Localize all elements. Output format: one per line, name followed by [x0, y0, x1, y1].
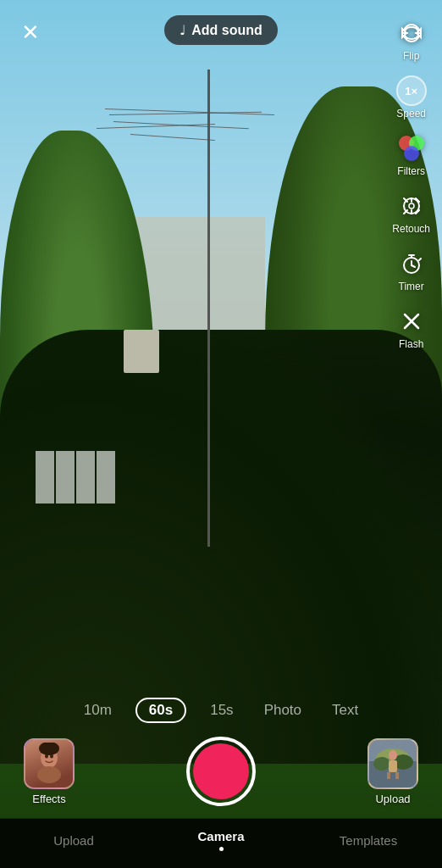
- retouch-label: Retouch: [392, 223, 430, 235]
- flip-label: Flip: [403, 50, 419, 62]
- nav-templates[interactable]: Templates: [295, 833, 442, 848]
- mode-15s[interactable]: 15s: [203, 698, 240, 722]
- mode-text[interactable]: Text: [325, 698, 365, 722]
- vehicle: [124, 330, 159, 373]
- flip-button[interactable]: Flip: [390, 13, 433, 67]
- timer-button[interactable]: Timer: [390, 243, 433, 298]
- upload-thumbnail-button[interactable]: Upload: [367, 738, 418, 805]
- flash-button[interactable]: Flash: [390, 301, 433, 355]
- effects-button[interactable]: Effects: [24, 738, 75, 805]
- svg-rect-28: [387, 772, 390, 779]
- upload-label: Upload: [375, 793, 410, 805]
- close-button[interactable]: ✕: [14, 15, 47, 49]
- right-controls: Flip 1× Speed Filters: [389, 13, 434, 355]
- mode-selector: 10m 60s 15s Photo Text: [0, 689, 442, 730]
- music-icon: ♩: [180, 22, 186, 38]
- filters-icon: [396, 133, 427, 164]
- bottom-nav: Upload Camera Templates: [0, 818, 442, 868]
- nav-camera-label: Camera: [197, 829, 244, 843]
- effects-label: Effects: [32, 793, 66, 805]
- mode-60s[interactable]: 60s: [135, 698, 186, 723]
- speed-icon: 1×: [396, 75, 427, 106]
- upload-thumbnail: [367, 738, 418, 789]
- filters-label: Filters: [397, 165, 425, 177]
- svg-rect-27: [389, 760, 397, 772]
- effects-thumbnail: [24, 738, 75, 789]
- svg-line-3: [404, 210, 407, 214]
- retouch-icon: [396, 191, 427, 221]
- svg-rect-29: [395, 772, 399, 779]
- nav-upload-label: Upload: [53, 833, 94, 848]
- timer-label: Timer: [399, 281, 424, 292]
- svg-point-17: [37, 766, 61, 783]
- svg-point-24: [373, 757, 390, 771]
- svg-point-26: [389, 750, 397, 760]
- retouch-button[interactable]: Retouch: [389, 186, 434, 240]
- speed-label: Speed: [396, 108, 426, 120]
- mode-10m[interactable]: 10m: [77, 698, 119, 722]
- svg-line-13: [419, 259, 421, 260]
- flash-icon: [396, 306, 427, 337]
- filters-button[interactable]: Filters: [390, 128, 433, 182]
- timer-icon: [396, 248, 427, 279]
- effects-face-preview: [25, 740, 73, 787]
- nav-templates-label: Templates: [340, 833, 397, 848]
- svg-line-1: [404, 198, 407, 202]
- upload-face-preview: [369, 740, 417, 787]
- add-sound-button[interactable]: ♩ Add sound: [164, 15, 278, 45]
- nav-camera[interactable]: Camera: [147, 829, 295, 851]
- nav-upload[interactable]: Upload: [0, 833, 147, 848]
- flash-label: Flash: [399, 338, 423, 350]
- svg-line-4: [416, 210, 419, 214]
- record-button[interactable]: [186, 737, 256, 806]
- nav-active-dot: [219, 847, 224, 851]
- svg-line-10: [412, 265, 415, 267]
- speed-value: 1×: [405, 85, 417, 97]
- power-wires: [88, 104, 353, 235]
- svg-line-2: [416, 198, 419, 202]
- svg-point-5: [409, 203, 414, 209]
- zebra-crossing: [36, 451, 115, 503]
- flip-icon: [396, 18, 427, 48]
- add-sound-label: Add sound: [191, 23, 262, 38]
- top-bar: ✕ ♩ Add sound: [0, 0, 442, 49]
- close-icon: ✕: [21, 21, 40, 43]
- record-button-inner: [193, 743, 249, 799]
- mode-photo[interactable]: Photo: [257, 698, 308, 722]
- speed-button[interactable]: 1× Speed: [390, 70, 433, 125]
- bottom-section: 10m 60s 15s Photo Text: [0, 689, 442, 868]
- record-row: Effects: [0, 730, 442, 818]
